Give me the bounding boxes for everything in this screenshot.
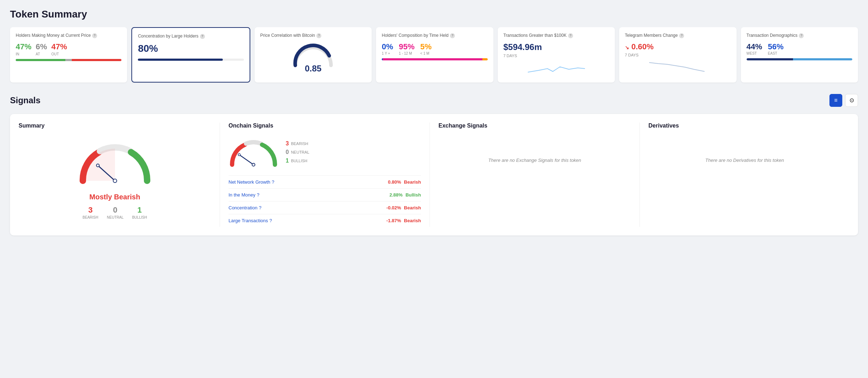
correlation-gauge: 0.85	[260, 42, 366, 74]
card-telegram: Telegram Members Change ? ↘ 0.60% 7 DAYS	[619, 27, 736, 83]
progress-gray	[65, 59, 72, 61]
summary-section: Mostly Bearish 3 BEARISH 0 NEUTRAL 1 BUL…	[19, 136, 211, 219]
help-icon-td[interactable]: ?	[799, 33, 804, 38]
trend-down-icon: ↘	[625, 45, 629, 50]
help-icon-nng[interactable]: ?	[272, 179, 274, 185]
help-icon-ltx[interactable]: ?	[270, 218, 272, 223]
concentration-bar-fill	[138, 59, 222, 61]
summary-counts: 3 BEARISH 0 NEUTRAL 1 BULLISH	[82, 205, 147, 219]
summary-col-title: Summary	[19, 123, 211, 129]
signal-row-net-network: Net Network Growth ? 0.80% Bearish	[229, 175, 421, 188]
card-holders-money: Holders Making Money at Current Price ? …	[10, 27, 127, 83]
progress-red	[72, 59, 121, 61]
card-holders-comp-title: Holders' Composition by Time Held ?	[382, 33, 487, 39]
gauge-view-button[interactable]: ⊙	[845, 94, 858, 107]
card-concentration: Concentration by Large Holders ? 80%	[131, 27, 250, 83]
tx-period: 7 DAYS	[503, 54, 609, 58]
correlation-value: 0.85	[305, 64, 322, 74]
signals-header: Signals ≡ ⊙	[10, 94, 858, 107]
conc-values: -0.02% Bearish	[386, 205, 421, 210]
help-icon-concentration[interactable]: ?	[200, 34, 205, 39]
help-icon-correlation[interactable]: ?	[316, 33, 321, 38]
exchange-empty-message: There are no Exchange Signals for this t…	[438, 158, 631, 163]
hc-12m-val: 95%	[399, 42, 415, 51]
signals-panel: Summary	[10, 114, 858, 235]
hc-1m-group: 5% < 1 M	[420, 42, 432, 55]
in-group: 47% IN	[16, 42, 31, 56]
holders-values: 47% IN 6% AT 47% OUT	[16, 42, 121, 56]
tg-period: 7 DAYS	[625, 53, 731, 57]
cards-row: Holders Making Money at Current Price ? …	[10, 27, 858, 83]
card-price-correlation: Price Correlation with Bitcoin ? 0.85	[255, 27, 372, 83]
hc-12m-group: 95% 1 - 12 M	[399, 42, 415, 55]
bullish-count: 1 BULLISH	[132, 205, 147, 219]
help-icon[interactable]: ?	[92, 33, 97, 38]
conc-status: Bearish	[404, 205, 421, 210]
td-bar	[747, 58, 852, 60]
east-group: 56% EAST	[768, 42, 784, 55]
at-group: 6% AT	[36, 42, 47, 56]
bearish-count: 3 BEARISH	[82, 205, 98, 219]
net-network-growth-link[interactable]: Net Network Growth ?	[229, 179, 274, 185]
derivatives-empty-message: There are no Derivatives for this token	[648, 158, 841, 163]
hc-1m-val: 5%	[420, 42, 432, 51]
west-pct: 44%	[747, 42, 762, 51]
nng-values: 0.80% Bearish	[388, 179, 421, 185]
ltx-values: -1.87% Bearish	[386, 218, 421, 223]
derivatives-col-title: Derivatives	[648, 123, 841, 129]
nng-pct: 0.80%	[388, 179, 401, 185]
east-label: EAST	[768, 51, 784, 55]
help-icon-conc[interactable]: ?	[259, 205, 261, 210]
concentration-bar	[138, 59, 244, 61]
card-transactions-title: Transactions Greater than $100K ?	[503, 33, 609, 39]
onchain-neutral-legend: 0 NEUTRAL	[286, 149, 309, 155]
concentration-link[interactable]: Concentration ?	[229, 205, 261, 210]
list-view-button[interactable]: ≡	[829, 94, 842, 107]
help-icon-tg[interactable]: ?	[679, 33, 684, 38]
comp-bar-orange	[482, 58, 488, 60]
onchain-bearish-legend: 3 BEARISH	[286, 140, 309, 147]
in-pct: 47%	[16, 42, 31, 51]
in-label: IN	[16, 52, 31, 56]
at-pct: 6%	[36, 42, 47, 51]
itm-values: 2.88% Bullish	[390, 192, 421, 198]
signal-row-large-tx: Large Transactions ? -1.87% Bearish	[229, 214, 421, 227]
west-label: WEST	[747, 51, 762, 55]
needle-tip	[96, 164, 99, 167]
card-telegram-title: Telegram Members Change ?	[625, 33, 731, 39]
in-money-link[interactable]: In the Money ?	[229, 192, 259, 198]
signals-title: Signals	[10, 95, 40, 105]
nng-status: Bearish	[404, 179, 421, 185]
td-bar-west	[747, 58, 793, 60]
west-group: 44% WEST	[747, 42, 762, 55]
tg-value: ↘ 0.60%	[625, 42, 731, 51]
comp-bar-pink	[383, 58, 482, 60]
card-transactions: Transactions Greater than $100K ? $594.9…	[498, 27, 615, 83]
hc-1y-label: 1 Y +	[382, 51, 393, 55]
card-tx-demographics: Transaction Demographics ? 44% WEST 56% …	[741, 27, 858, 83]
summary-column: Summary	[19, 123, 220, 227]
gauge-icon: ⊙	[849, 97, 854, 104]
list-icon: ≡	[834, 97, 837, 104]
help-icon-itm[interactable]: ?	[257, 192, 259, 198]
onchain-bullish-legend: 1 BULLISH	[286, 158, 309, 164]
svg-line-1	[239, 155, 254, 165]
itm-pct: 2.88%	[390, 192, 403, 198]
hc-1m-label: < 1 M	[420, 51, 432, 55]
onchain-needle-tip	[238, 154, 240, 156]
summary-label: Mostly Bearish	[89, 193, 140, 201]
progress-green	[16, 59, 65, 61]
itm-status: Bullish	[406, 192, 421, 198]
holders-comp-values: 0% 1 Y + 95% 1 - 12 M 5% < 1 M	[382, 42, 487, 55]
onchain-gauge-legend: 3 BEARISH 0 NEUTRAL 1 BULLISH	[286, 140, 309, 164]
help-icon-comp[interactable]: ?	[450, 33, 455, 38]
tg-sparkline	[625, 57, 731, 75]
holders-progress-bar	[16, 59, 121, 61]
east-pct: 56%	[768, 42, 784, 51]
large-tx-link[interactable]: Large Transactions ?	[229, 218, 272, 223]
neutral-count: 0 NEUTRAL	[107, 205, 124, 219]
onchain-column: Onchain Signals 3 BEA	[220, 123, 430, 227]
tx-value: $594.96m	[503, 42, 609, 52]
help-icon-tx[interactable]: ?	[568, 33, 573, 38]
card-holders-money-title: Holders Making Money at Current Price ?	[16, 33, 121, 39]
